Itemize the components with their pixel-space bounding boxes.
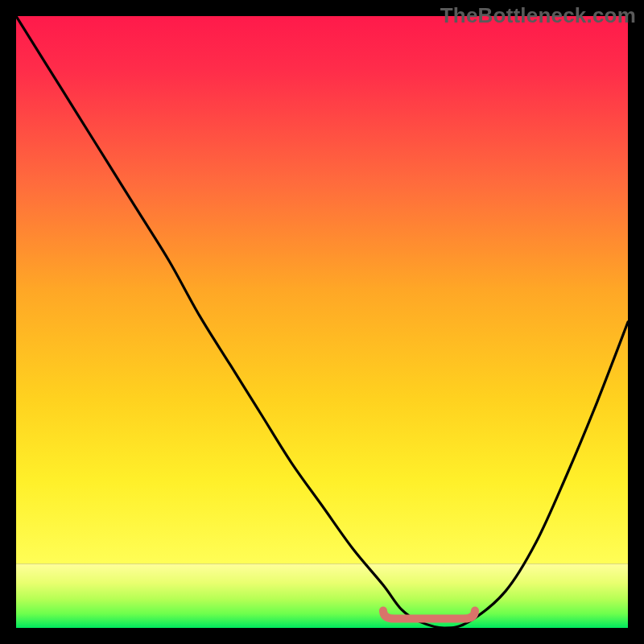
watermark: TheBottleneck.com <box>440 3 636 28</box>
chart-frame: TheBottleneck.com <box>0 0 644 644</box>
chart-svg <box>16 16 628 628</box>
svg-rect-1 <box>16 564 628 628</box>
svg-rect-0 <box>16 16 628 564</box>
plot-area <box>16 16 628 628</box>
chart-background <box>16 16 628 628</box>
